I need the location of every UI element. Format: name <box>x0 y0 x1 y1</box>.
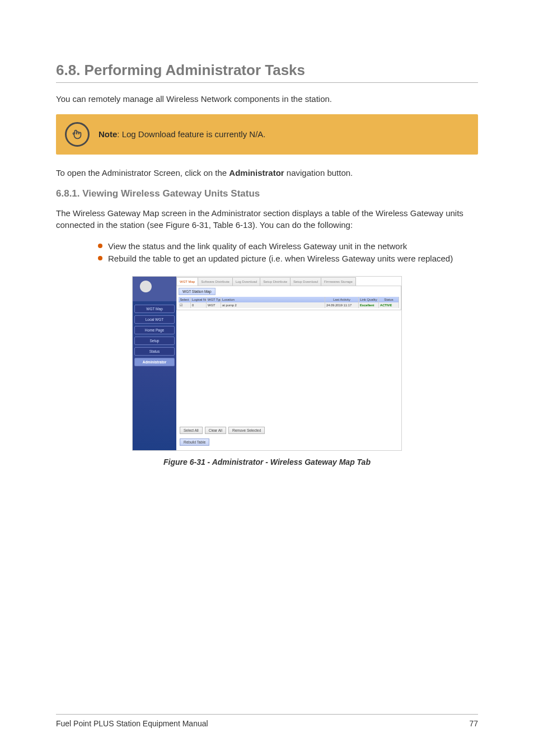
tab-setup-download[interactable]: Setup Download <box>290 277 321 286</box>
sidebar-item-home-page[interactable]: Home Page <box>134 326 175 334</box>
panel-title: WGT Station Map <box>179 288 216 295</box>
tab-wgt-map[interactable]: WGT Map <box>176 277 198 286</box>
cell-logical-num: 0 <box>191 302 207 308</box>
cell-wgt-type: WGT <box>207 302 221 308</box>
col-header-location: Location <box>221 297 325 302</box>
footer-rule <box>56 714 478 715</box>
col-header-last-activity: Last Activity <box>325 297 359 302</box>
note-text: Note: Log Download feature is currently … <box>99 129 265 139</box>
sidebar-item-setup[interactable]: Setup <box>134 337 175 345</box>
after-note-bold: Administrator <box>229 168 284 178</box>
list-item-text: Rebuild the table to get an updated pict… <box>108 254 453 263</box>
tab-log-download[interactable]: Log Download <box>232 277 260 286</box>
app-content: WGT Map Software Distribute Log Download… <box>176 277 401 450</box>
app-nav: WGT Map Local WGT Home Page Setup Status… <box>133 301 176 366</box>
clear-all-button[interactable]: Clear All <box>205 427 226 434</box>
list-item: View the status and the link quality of … <box>98 240 478 253</box>
cell-link-quality: Excellent <box>359 302 379 308</box>
panel-frame: WGT Station Map Select Logical Num WGT T… <box>176 286 401 310</box>
section-title: Performing Administrator Tasks <box>85 62 305 78</box>
list-item-text: View the status and the link quality of … <box>108 241 407 251</box>
subsection-paragraph: The Wireless Gateway Map screen in the A… <box>56 207 478 232</box>
panel-spacer <box>176 310 401 423</box>
subsection-title: Viewing Wireless Gateway Units Status <box>82 188 260 199</box>
heading-rule <box>56 82 478 83</box>
after-note-paragraph: To open the Administrator Screen, click … <box>56 167 478 179</box>
intro-paragraph: You can remotely manage all Wireless Net… <box>56 93 478 105</box>
rebuild-table-button[interactable]: Rebuild Table <box>180 438 209 446</box>
after-note-suffix: navigation button. <box>284 168 353 178</box>
footer-doc-title: Fuel Point PLUS Station Equipment Manual <box>56 719 208 728</box>
section-number: 6.8. <box>56 62 80 78</box>
cell-select[interactable]: ☑ <box>179 302 191 308</box>
page-footer: Fuel Point PLUS Station Equipment Manual… <box>56 714 478 728</box>
col-header-wgt-type: WGT Type <box>207 297 221 302</box>
note-box: Note: Log Download feature is currently … <box>56 114 478 155</box>
cell-location: at pump 2 <box>221 302 325 308</box>
section-heading: 6.8. Performing Administrator Tasks <box>56 62 478 79</box>
subsection-number: 6.8.1. <box>56 188 80 199</box>
tab-firmwares-storage[interactable]: Firmwares Storage <box>321 277 356 286</box>
table-header-row: Select Logical Num WGT Type Location Las… <box>179 297 399 302</box>
embedded-app-screenshot: WGT Map Local WGT Home Page Setup Status… <box>132 276 402 451</box>
footer-page-number: 77 <box>469 719 478 728</box>
table-row: ☑ 0 WGT at pump 2 24.09.2019 11:17 Excel… <box>179 302 399 308</box>
sidebar-item-administrator[interactable]: Administrator <box>134 358 175 366</box>
col-header-logical-num: Logical Num <box>191 297 207 302</box>
app-logo <box>133 277 176 301</box>
bullet-list: View the status and the link quality of … <box>56 240 478 265</box>
col-header-link-quality: Link Quality <box>359 297 379 302</box>
sidebar-item-status[interactable]: Status <box>134 347 175 356</box>
subsection-heading: 6.8.1. Viewing Wireless Gateway Units St… <box>56 188 478 199</box>
app-sidebar: WGT Map Local WGT Home Page Setup Status… <box>133 277 176 450</box>
cell-last-activity: 24.09.2019 11:17 <box>325 302 359 308</box>
pointing-hand-icon <box>65 122 90 147</box>
app-tabs: WGT Map Software Distribute Log Download… <box>176 277 401 286</box>
cell-status: ACTIVE <box>379 302 399 308</box>
sidebar-item-wgt-map[interactable]: WGT Map <box>134 305 175 313</box>
col-header-status: Status <box>379 297 399 302</box>
tab-software-distribute[interactable]: Software Distribute <box>198 277 233 286</box>
app-footer-buttons: Select All Clear All Remove Selected Reb… <box>176 423 401 450</box>
sidebar-item-local-wgt[interactable]: Local WGT <box>134 315 175 324</box>
note-label: Note <box>99 129 117 139</box>
note-body: : Log Download feature is currently N/A. <box>117 129 265 139</box>
remove-selected-button[interactable]: Remove Selected <box>228 427 265 434</box>
figure-caption: Figure 6-31 - Administrator - Wireless G… <box>56 458 478 466</box>
col-header-select: Select <box>179 297 191 302</box>
select-all-button[interactable]: Select All <box>180 427 203 434</box>
list-item: Rebuild the table to get an updated pict… <box>98 253 478 265</box>
tab-setup-distribute[interactable]: Setup Distribute <box>260 277 291 286</box>
after-note-prefix: To open the Administrator Screen, click … <box>56 168 229 178</box>
